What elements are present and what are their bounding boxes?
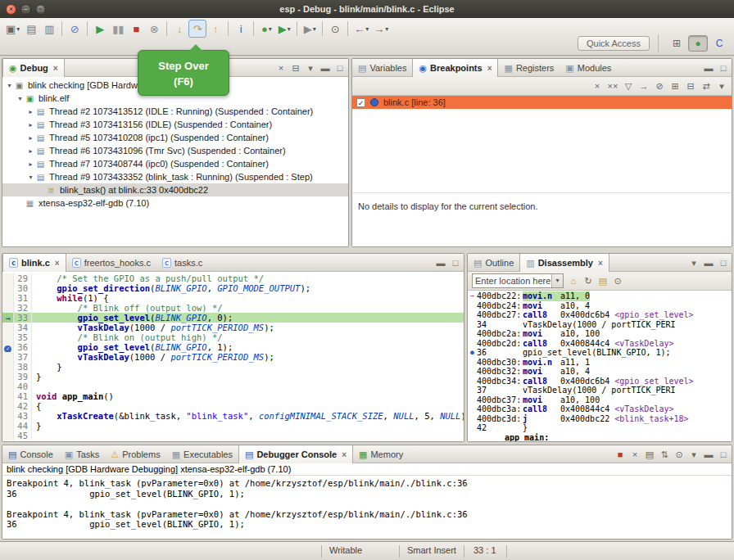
- editor-tab-freertos-hooks-c[interactable]: cfreertos_hooks.c: [66, 254, 156, 272]
- code-text[interactable]: /* Blink off (output low) */: [32, 303, 464, 313]
- remove-launch-icon[interactable]: ×: [629, 449, 641, 459]
- close-icon[interactable]: ×: [598, 259, 603, 268]
- search-button[interactable]: ⊙: [326, 20, 344, 38]
- console-output[interactable]: Breakpoint 4, blink_task (pvParameter=0x…: [2, 476, 732, 532]
- debug-tree-item[interactable]: ▸▤Thread #6 1073431096 (Tmr Svc) (Suspen…: [2, 144, 348, 157]
- disassembly-line[interactable]: app_main:: [468, 433, 732, 443]
- code-text[interactable]: gpio_set_level(BLINK_GPIO, 1);: [32, 342, 464, 352]
- suspend-button[interactable]: ▮▮: [109, 20, 127, 38]
- code-text[interactable]: while(1) {: [32, 293, 464, 303]
- disassembly-line[interactable]: →400dbc22:movi.na11, 0: [468, 291, 732, 301]
- debug-tree-item[interactable]: ≣blink_task() at blink.c:33 0x400dbc22: [2, 183, 348, 196]
- refresh-icon[interactable]: ↻: [582, 276, 594, 287]
- disassembly-line[interactable]: 34vTaskDelay(1000 / portTICK_PERI: [468, 320, 732, 330]
- disassembly-line[interactable]: 42}: [468, 423, 732, 433]
- step-return-button[interactable]: ↑: [206, 20, 224, 38]
- run-button[interactable]: ▶▾: [275, 20, 293, 38]
- right-tab-registers[interactable]: ▦Registers: [498, 59, 560, 77]
- debug-tree-item[interactable]: ▸▤Thread #7 1073408744 (ipc0) (Suspended…: [2, 157, 348, 170]
- disassembly-tab-disassembly[interactable]: ▥Disassembly×: [519, 254, 609, 272]
- debug-tree-item[interactable]: ▾▤Thread #9 1073433352 (blink_task : Run…: [2, 170, 348, 183]
- terminate-icon[interactable]: ■: [614, 449, 626, 459]
- code-text[interactable]: /* Set the GPIO as a push/pull output */: [32, 273, 464, 283]
- disassembly-line[interactable]: 400dbc30:movi.na11, 1: [468, 358, 732, 368]
- minimize-button[interactable]: –: [20, 4, 31, 15]
- console-tab-memory[interactable]: ▦Memory: [353, 445, 409, 463]
- debug-perspective-button[interactable]: ●: [688, 35, 708, 52]
- skip-all-breakpoints-icon[interactable]: ⊘: [654, 81, 665, 92]
- editor-ruler[interactable]: [2, 332, 14, 342]
- console-tab-console[interactable]: ▤Console: [2, 445, 59, 463]
- resume-button[interactable]: ▶: [91, 20, 109, 38]
- editor-ruler[interactable]: [2, 391, 14, 401]
- editor-ruler[interactable]: [2, 411, 14, 421]
- debug-tab-debug[interactable]: ◉Debug×: [2, 59, 65, 77]
- code-text[interactable]: vTaskDelay(1000 / portTICK_PERIOD_MS);: [32, 352, 464, 362]
- maximize-icon[interactable]: □: [718, 449, 729, 459]
- step-into-button[interactable]: ↓: [170, 20, 188, 38]
- debug-tree-item[interactable]: ▦xtensa-esp32-elf-gdb (7.10): [2, 196, 348, 210]
- code-editor[interactable]: 29 /* Set the GPIO as a push/pull output…: [2, 272, 464, 441]
- dropdown-arrow-icon[interactable]: ▾: [16, 25, 20, 33]
- editor-ruler[interactable]: [2, 273, 14, 283]
- view-menu-icon[interactable]: ▾: [688, 449, 700, 460]
- close-icon[interactable]: ×: [487, 64, 492, 73]
- link-with-debug-view-icon[interactable]: ⇄: [700, 81, 712, 92]
- code-text[interactable]: [32, 431, 464, 440]
- expander-icon[interactable]: ▸: [26, 147, 35, 155]
- expander-icon[interactable]: ▾: [5, 82, 14, 89]
- quick-access-button[interactable]: Quick Access: [578, 36, 650, 51]
- location-combo[interactable]: Enter location here ▾: [472, 273, 564, 288]
- expander-icon[interactable]: ▸: [26, 160, 35, 168]
- editor-ruler[interactable]: [2, 362, 14, 372]
- collapse-all-icon[interactable]: ⊟: [290, 63, 301, 74]
- show-source-icon[interactable]: ▤: [597, 276, 609, 287]
- code-text[interactable]: }: [32, 362, 464, 372]
- debug-tree-item[interactable]: ▸▤Thread #2 1073413512 (IDLE : Running) …: [2, 105, 348, 118]
- disassembly-line[interactable]: 400dbc27:call80x400dc6b4 <gpio_set_level…: [468, 310, 732, 320]
- right-tab-breakpoints[interactable]: ◉Breakpoints×: [412, 59, 498, 77]
- code-text[interactable]: gpio_set_level(BLINK_GPIO, 0);: [32, 313, 464, 323]
- code-text[interactable]: xTaskCreate(&blink_task, "blink_task", c…: [32, 411, 464, 421]
- collapse-all-icon[interactable]: ⊟: [685, 81, 696, 92]
- editor-ruler[interactable]: [2, 293, 14, 303]
- breakpoint-checkbox[interactable]: ✓: [356, 98, 365, 107]
- debug-button[interactable]: ●▾: [257, 20, 275, 38]
- editor-tab-blink-c[interactable]: cblink.c×: [2, 254, 66, 272]
- close-icon[interactable]: ×: [53, 64, 58, 73]
- editor-ruler[interactable]: ✓: [2, 342, 14, 352]
- dropdown-arrow-icon[interactable]: ▾: [269, 25, 272, 33]
- disassembly-line[interactable]: 400dbc2a:movia10, 100: [468, 329, 732, 339]
- disconnect-button[interactable]: ⊗: [145, 20, 163, 38]
- minimize-icon[interactable]: ▬: [319, 63, 331, 73]
- maximize-icon[interactable]: □: [718, 63, 729, 73]
- c-perspective-button[interactable]: C: [709, 35, 729, 52]
- right-tab-variables[interactable]: ▤Variables: [352, 59, 412, 77]
- home-icon[interactable]: ⌂: [568, 276, 579, 287]
- code-text[interactable]: void app_main(): [32, 391, 464, 401]
- close-icon[interactable]: ×: [55, 259, 60, 268]
- disassembly-line[interactable]: 400dbc34:call80x400dc6b4 <gpio_set_level…: [468, 377, 732, 386]
- console-tab-executables[interactable]: ▦Executables: [166, 445, 238, 463]
- expander-icon[interactable]: ▸: [26, 121, 35, 129]
- disassembly-line[interactable]: 400dbc2d:call80x400844c4 <vTaskDelay>: [468, 339, 732, 349]
- back-button[interactable]: ←▾: [351, 20, 371, 38]
- console-tab-tasks[interactable]: ▣Tasks: [59, 445, 106, 463]
- track-expression-icon[interactable]: ⊙: [612, 276, 623, 287]
- editor-ruler[interactable]: [2, 421, 14, 431]
- minimize-icon[interactable]: ▬: [703, 258, 714, 268]
- editor-ruler[interactable]: [2, 372, 14, 382]
- close-button[interactable]: ×: [6, 4, 16, 15]
- remove-all-breakpoints-icon[interactable]: ××: [607, 81, 618, 91]
- dropdown-arrow-icon[interactable]: ▾: [313, 25, 316, 33]
- editor-ruler[interactable]: [2, 352, 14, 362]
- maximize-icon[interactable]: □: [450, 258, 461, 268]
- terminate-button[interactable]: ■: [127, 20, 145, 38]
- console-tab-problems[interactable]: ⚠Problems: [105, 445, 165, 463]
- debug-tree-item[interactable]: ▸▤Thread #5 1073410208 (ipc1) (Suspended…: [2, 131, 348, 144]
- code-text[interactable]: }: [32, 421, 464, 431]
- maximize-button[interactable]: □: [35, 4, 46, 15]
- disassembly-line[interactable]: 400dbc24:movia10, 4: [468, 301, 732, 311]
- breakpoint-row[interactable]: ✓blink.c [line: 36]: [352, 96, 732, 109]
- disassembly-listing[interactable]: →400dbc22:movi.na11, 0400dbc24:movia10, …: [468, 291, 732, 441]
